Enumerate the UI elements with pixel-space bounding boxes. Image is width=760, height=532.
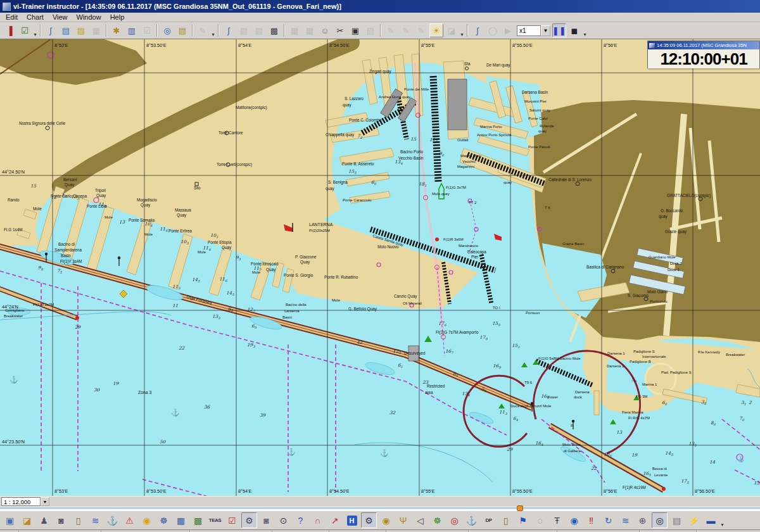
window-titlebar[interactable]: vi-Trainer instructor - [14:35:09 06.11.… — [0, 0, 760, 13]
video-recorder-icon[interactable]: ◙ — [53, 512, 69, 528]
window-panel-icon[interactable]: ▣ — [2, 512, 18, 528]
draw-b-icon[interactable]: ✎ — [399, 23, 413, 37]
weather-icon[interactable]: ☀ — [429, 23, 443, 37]
helipad-icon[interactable]: H — [344, 512, 360, 528]
strip-marker[interactable] — [517, 505, 523, 511]
save-icon[interactable]: ▦ — [89, 23, 103, 37]
edit-tools-icon[interactable]: ✎ — [196, 23, 210, 37]
menu-item-help[interactable]: Help — [106, 13, 129, 21]
more-route-dropdown-icon[interactable]: ▾ — [32, 23, 38, 37]
open-folder-icon[interactable]: ▤ — [74, 23, 88, 37]
speed-input[interactable] — [517, 25, 541, 36]
checklist-icon[interactable]: ☑ — [18, 23, 32, 37]
clock-titlebar[interactable]: 14:35:09 06.11.2017 (MSC Grandiosa 35N — [648, 41, 759, 49]
module-b-icon[interactable]: ▨ — [252, 23, 266, 37]
save-gear-icon[interactable]: ▥ — [125, 23, 139, 37]
fuel-icon[interactable]: ▯ — [498, 512, 514, 528]
signal-lamp-icon[interactable]: ◉ — [378, 512, 394, 528]
map-label: Porticciolo — [650, 300, 668, 303]
dp-system-icon[interactable]: DP — [481, 512, 497, 528]
ship-model-icon[interactable]: ⚓ — [104, 512, 120, 528]
propeller-icon[interactable]: ☸ — [156, 512, 172, 528]
view-3d-icon[interactable]: ▩ — [267, 23, 281, 37]
more-playback-dropdown-icon[interactable]: ▾ — [582, 23, 588, 37]
map-label: Lanterna — [284, 309, 300, 313]
panel-config-icon[interactable]: ▤ — [669, 512, 685, 528]
cut-icon[interactable]: ✂ — [333, 23, 347, 37]
headset-icon[interactable]: ∩ — [310, 512, 326, 528]
map-label: Darsena — [575, 390, 590, 394]
draw-a-icon[interactable]: ✎ — [384, 23, 398, 37]
module-a-icon[interactable]: ▧ — [237, 23, 251, 37]
menu-item-window[interactable]: Window — [72, 13, 106, 21]
eraser-icon[interactable]: ◪ — [445, 23, 459, 37]
log-bottle-icon[interactable]: ▯ — [70, 512, 86, 528]
open-exercise-icon[interactable]: ▤ — [59, 23, 73, 37]
view-monitor-icon[interactable]: ◉ — [566, 512, 582, 528]
console-monitor-icon[interactable]: ▦ — [173, 512, 189, 528]
traffic-alert-icon[interactable]: ‼ — [583, 512, 599, 528]
gear-flash-icon[interactable]: ⚡ — [686, 512, 702, 528]
more-draw-dropdown-icon[interactable]: ▾ — [459, 23, 465, 37]
bearing-tool-icon[interactable]: ↗ — [327, 512, 343, 528]
clock-body: 12:10:00+01 — [648, 49, 759, 68]
check-report-icon[interactable]: ☑ — [224, 512, 240, 528]
gauge-icon[interactable]: ⊙ — [276, 512, 291, 528]
speed-dropdown-icon[interactable]: ▼ — [541, 25, 550, 36]
scale-input[interactable] — [1, 497, 41, 506]
antenna-icon[interactable]: Ŧ — [549, 512, 565, 528]
pattern-a-icon[interactable]: ▦ — [288, 23, 301, 37]
curve-tool-icon[interactable]: ∫ — [222, 23, 236, 37]
waves-icon[interactable]: ≋ — [618, 512, 633, 528]
speed-combo[interactable]: ▼ — [517, 25, 550, 37]
depth-sounding: 154 — [754, 480, 760, 486]
pattern-b-icon[interactable]: ▦ — [303, 23, 317, 37]
hazard-alert-icon[interactable]: ⚠ — [122, 512, 137, 528]
lock-icon[interactable]: ◯ — [486, 23, 500, 37]
draw-c-icon[interactable]: ✎ — [414, 23, 428, 37]
instructor-lock-icon[interactable]: ◪ — [19, 512, 35, 528]
ship-settings-icon[interactable]: ⚙ — [241, 512, 257, 528]
sound-horn-icon[interactable]: ◁ — [412, 512, 428, 528]
crane-bridge-icon[interactable]: Ψ — [395, 512, 411, 528]
flag-signal-icon[interactable]: ⚑ — [515, 512, 531, 528]
console-blue-icon[interactable]: ▬ — [703, 512, 719, 528]
scale-dropdown-icon[interactable]: ▼ — [41, 497, 49, 506]
scale-combo[interactable]: ▼ — [1, 497, 49, 506]
pause-icon[interactable]: ❚❚ — [552, 23, 566, 37]
track-curve-icon[interactable]: ∫ — [471, 23, 484, 37]
gps-sync-icon[interactable]: ↻ — [600, 512, 616, 528]
stop-icon[interactable]: ◼ — [567, 23, 581, 37]
tug-ship-icon[interactable]: ⚓ — [464, 512, 479, 528]
menu-item-edit[interactable]: Edit — [1, 13, 22, 21]
teas-icon[interactable]: TEAS — [207, 512, 223, 528]
more-edit-dropdown-icon[interactable]: ▾ — [210, 23, 216, 37]
watch-clock-icon[interactable]: ◎ — [652, 512, 668, 528]
radar-monitor-icon[interactable]: ◎ — [446, 512, 462, 528]
curve-new-icon[interactable]: ∫ — [44, 23, 58, 37]
preview-icon[interactable]: ◎ — [160, 23, 174, 37]
exercise-gear-icon[interactable]: ✱ — [110, 23, 124, 37]
crew-list-icon[interactable]: ♟ — [36, 512, 52, 528]
help-tool-icon[interactable]: ? — [293, 512, 308, 528]
print-chart-icon[interactable]: ▤ — [175, 23, 189, 37]
more-taskbar-dropdown-icon[interactable]: ▾ — [719, 514, 725, 528]
thruster-fan-icon[interactable]: ☸ — [429, 512, 445, 528]
paste-icon[interactable]: ▤ — [364, 23, 377, 37]
targets-icon[interactable]: ☺ — [318, 23, 332, 37]
mooring-icon[interactable]: ⊕ — [635, 512, 650, 528]
alarm-lamp-icon[interactable]: ◉ — [139, 512, 155, 528]
snapshot-icon[interactable]: ◙ — [258, 512, 274, 528]
copy-icon[interactable]: ▣ — [348, 23, 362, 37]
menu-item-chart[interactable]: Chart — [22, 13, 48, 21]
panel-status-icon[interactable]: ▩ — [190, 512, 206, 528]
chart-area[interactable]: ⚓⚓ ⚓⚓ ⚓ 8°53'E8°53'E8°53.50'E8°53.50'E8°… — [0, 39, 760, 496]
route-panel-icon[interactable]: ▐ — [3, 23, 16, 37]
area-circle-icon[interactable]: ◌ — [532, 512, 548, 528]
simulation-gear-icon[interactable]: ⚙ — [361, 512, 377, 528]
maneuver-tracks-icon[interactable]: ≋ — [87, 512, 103, 528]
nautical-chart[interactable]: ⚓⚓ ⚓⚓ ⚓ 8°53'E8°53'E8°53.50'E8°53.50'E8°… — [0, 39, 760, 496]
play-icon[interactable]: ▶ — [501, 23, 515, 37]
validate-icon[interactable]: ☑ — [140, 23, 154, 37]
menu-item-view[interactable]: View — [48, 13, 72, 21]
